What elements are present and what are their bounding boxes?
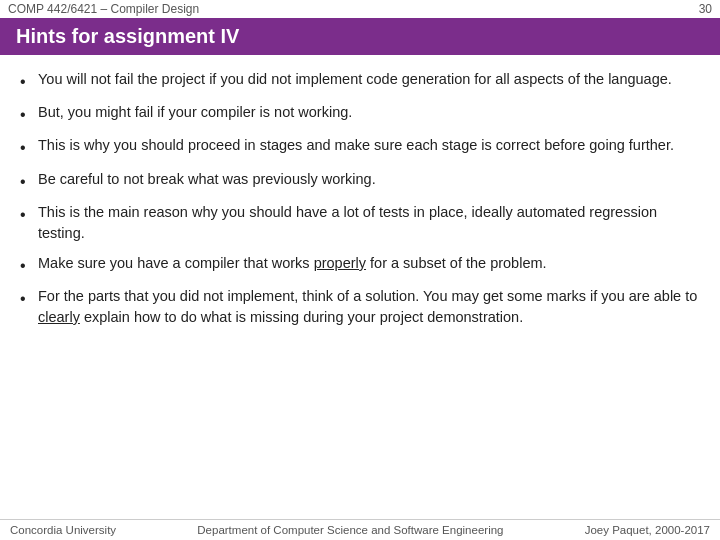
bullet-text: This is the main reason why you should h… — [38, 202, 700, 244]
bullet-item: •You will not fail the project if you di… — [20, 69, 700, 93]
bullet-dot: • — [20, 254, 38, 277]
footer-center: Department of Computer Science and Softw… — [197, 524, 503, 536]
slide-content: •You will not fail the project if you di… — [0, 55, 720, 347]
bullet-text: For the parts that you did not implement… — [38, 286, 700, 328]
bullet-text: But, you might fail if your compiler is … — [38, 102, 700, 123]
underlined-word: properly — [314, 255, 366, 271]
slide-title: Hints for assignment IV — [0, 18, 720, 55]
course-title: COMP 442/6421 – Compiler Design — [8, 2, 199, 16]
bullet-text: Make sure you have a compiler that works… — [38, 253, 700, 274]
footer-left: Concordia University — [10, 524, 116, 536]
bullet-dot: • — [20, 203, 38, 226]
bullet-item: •This is the main reason why you should … — [20, 202, 700, 244]
bullet-item: •Make sure you have a compiler that work… — [20, 253, 700, 277]
underlined-word: clearly — [38, 309, 80, 325]
slide-number: 30 — [699, 2, 712, 16]
bullet-dot: • — [20, 103, 38, 126]
bullet-text: You will not fail the project if you did… — [38, 69, 700, 90]
bullet-dot: • — [20, 287, 38, 310]
bullet-item: •This is why you should proceed in stage… — [20, 135, 700, 159]
footer-right: Joey Paquet, 2000-2017 — [585, 524, 710, 536]
bullet-dot: • — [20, 170, 38, 193]
bullet-item: •Be careful to not break what was previo… — [20, 169, 700, 193]
bullet-item: •But, you might fail if your compiler is… — [20, 102, 700, 126]
slide-footer: Concordia University Department of Compu… — [0, 519, 720, 540]
bullet-dot: • — [20, 136, 38, 159]
bullet-text: Be careful to not break what was previou… — [38, 169, 700, 190]
bullet-dot: • — [20, 70, 38, 93]
bullet-text: This is why you should proceed in stages… — [38, 135, 700, 156]
slide-header: COMP 442/6421 – Compiler Design 30 — [0, 0, 720, 18]
bullet-item: •For the parts that you did not implemen… — [20, 286, 700, 328]
